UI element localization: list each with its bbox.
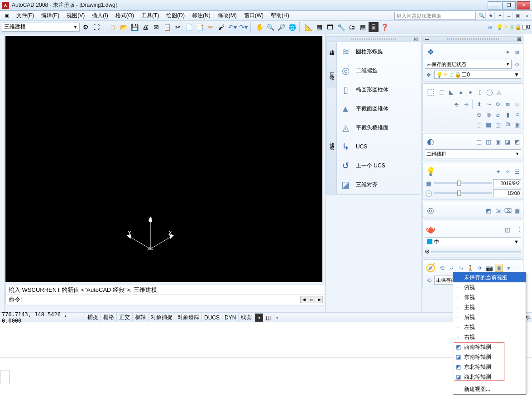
toggle-grid[interactable]: 栅格 xyxy=(101,313,117,322)
zoom-realtime-icon[interactable]: 🔍 xyxy=(265,22,275,32)
menu-dimension[interactable]: 标注(N) xyxy=(188,11,214,20)
sheet-set-icon[interactable]: 🔧 xyxy=(336,22,346,32)
imprint-icon[interactable]: ⌑ xyxy=(513,110,521,119)
help-icon[interactable]: ❓ xyxy=(379,22,389,32)
tool-frustum-cone[interactable]: ▲平截面圆锥体 xyxy=(337,99,420,118)
help-search-icon[interactable]: 🔍 xyxy=(478,12,486,20)
help-search-input[interactable] xyxy=(394,12,476,20)
menu-view[interactable]: 视图(V) xyxy=(63,11,88,20)
mesh-icon[interactable]: ▦ xyxy=(484,120,493,128)
prim-sphere-icon[interactable]: ● xyxy=(466,88,474,96)
menu-format[interactable]: 格式(O) xyxy=(112,11,138,20)
layer-state-manager-icon[interactable]: ⛭ xyxy=(513,60,521,68)
vd-se-iso[interactable]: ◪东南等轴测 xyxy=(453,352,526,362)
quickcalc-icon[interactable]: ▤ xyxy=(358,22,368,32)
render-teapot-icon[interactable]: 🫖 xyxy=(425,224,436,235)
tool-elliptic-cyl[interactable]: ▯椭圆形圆柱体 xyxy=(337,80,420,99)
visual-style-select[interactable]: 二维线框▼ xyxy=(425,149,521,158)
slice-icon[interactable]: ⌀ xyxy=(494,110,502,119)
nav-walk-icon[interactable]: 🚶 xyxy=(466,264,474,272)
time-slider[interactable] xyxy=(434,192,492,194)
vs-realistic-icon[interactable]: ◪ xyxy=(503,138,512,146)
surface-icon[interactable]: ◫ xyxy=(494,120,502,128)
menu-file[interactable]: 文件(F) xyxy=(13,11,38,20)
prim-cone-icon[interactable]: ▲ xyxy=(457,88,465,96)
publish-icon[interactable]: 📋 xyxy=(162,22,172,32)
render-quality-select[interactable]: 中▼ xyxy=(425,237,521,246)
light-icon[interactable]: 💡 xyxy=(425,166,436,177)
flatshot-icon[interactable]: ▣ xyxy=(513,120,521,128)
view-prev-icon[interactable]: ⟲ xyxy=(425,276,433,284)
help-fav-icon[interactable]: ★ xyxy=(487,12,495,20)
vs-3dwire-icon[interactable]: ◫ xyxy=(484,138,493,146)
visual-style-icon[interactable]: ◐ xyxy=(425,136,436,148)
light-list-icon[interactable]: ☰ xyxy=(513,167,521,176)
command-input[interactable] xyxy=(23,295,300,304)
vd-bottom[interactable]: ▫仰视 xyxy=(453,292,526,302)
menu-modify[interactable]: 修改(M) xyxy=(214,11,240,20)
menu-edit[interactable]: 编辑(E) xyxy=(38,11,63,20)
prim-torus-icon[interactable]: ◯ xyxy=(485,88,494,96)
clock-icon[interactable]: 🕒 xyxy=(425,189,433,197)
mat-attach-icon[interactable]: ⇲ xyxy=(494,206,502,214)
print-icon[interactable]: 🖨 xyxy=(140,22,150,32)
markup-set-icon[interactable]: 🗂 xyxy=(347,22,357,32)
vd-top[interactable]: ▫俯视 xyxy=(453,282,526,292)
layer-current-combo[interactable]: 💡☀🖨🔒 0▼ xyxy=(434,71,521,79)
stray-textbox[interactable] xyxy=(0,371,10,384)
tool-ucs[interactable]: ↳UCS xyxy=(337,137,420,156)
toggle-ortho[interactable]: 正交 xyxy=(117,313,133,322)
orbit-icon[interactable]: 🧭 xyxy=(425,262,436,274)
block-editor-icon[interactable]: 🖌 xyxy=(216,22,226,32)
design-center-icon[interactable]: ▦ xyxy=(314,22,324,32)
nav-views-icon[interactable]: ▣ xyxy=(495,264,503,272)
tool-3d-align[interactable]: ◪三维对齐 xyxy=(337,175,420,194)
new-icon[interactable]: 🗋 xyxy=(108,22,118,32)
intersect-icon[interactable]: ⊗ xyxy=(484,110,493,119)
layer-manager-icon[interactable]: ≋ xyxy=(485,22,495,32)
tool-palettes-icon[interactable]: 🗔 xyxy=(325,22,335,32)
nav-free-orbit-icon[interactable]: ⤾ xyxy=(447,264,455,272)
panel-tab-recycle[interactable]: 回收 xyxy=(327,55,337,88)
tool-frustum-pyramid[interactable]: ◬平截头棱锥面 xyxy=(337,118,420,137)
prim-cyl-icon[interactable]: ▯ xyxy=(476,88,484,96)
panel-close-icon[interactable]: ☒ xyxy=(414,37,418,42)
match-prop-icon[interactable]: ✏ xyxy=(206,22,216,32)
subtract-icon[interactable]: ⊖ xyxy=(475,110,483,119)
mdi-restore-icon[interactable]: – xyxy=(505,12,513,20)
layer-state-select[interactable]: 未保存的图层状态▼ xyxy=(425,60,512,69)
vd-new-view[interactable]: 新建视图... xyxy=(453,384,526,394)
redo-icon[interactable]: ↷▾ xyxy=(238,22,248,32)
model-paper-icon[interactable]: ▪ xyxy=(255,314,263,322)
prim-pyramid-icon[interactable]: ◬ xyxy=(495,88,503,96)
save-icon[interactable]: 💾 xyxy=(129,22,139,32)
zoom-previous-icon[interactable]: 🌐 xyxy=(287,22,297,32)
toggle-ducs[interactable]: DUCS xyxy=(202,313,222,322)
render-region-icon[interactable]: ◫ xyxy=(503,225,512,233)
menu-draw[interactable]: 绘图(D) xyxy=(163,11,188,20)
cmd-scroll-thumb[interactable]: ▭ xyxy=(308,296,315,303)
mat-remove-icon[interactable]: ⌫ xyxy=(503,206,512,214)
tool-helix-2d[interactable]: ◎二维螺旋 xyxy=(337,61,420,80)
solid-hist-icon[interactable]: ⬚ xyxy=(475,120,483,128)
panel-tab-modify[interactable]: 修改 xyxy=(327,88,337,194)
tool-helix-cyl[interactable]: ≋圆柱形螺旋 xyxy=(337,42,420,61)
time-input[interactable] xyxy=(493,189,521,197)
union-icon[interactable]: ∪ xyxy=(513,100,521,108)
thicken-icon[interactable]: ▮ xyxy=(503,110,512,119)
panel-collapse-icon[interactable]: — xyxy=(329,37,333,42)
extrude-icon[interactable]: ⇥ xyxy=(462,100,470,108)
paste-icon[interactable]: 📑 xyxy=(195,22,205,32)
vs-conceptual-icon[interactable]: ◩ xyxy=(513,138,521,146)
zoom-window-icon[interactable]: 🔎 xyxy=(276,22,286,32)
workspace-settings-icon[interactable]: ⚙ xyxy=(81,22,91,32)
tool-panel-header[interactable]: — ☒ xyxy=(327,37,420,42)
drawing-canvas[interactable]: Z Y X xyxy=(5,36,322,282)
nav-fly-icon[interactable]: ✈ xyxy=(476,264,484,272)
nav-swivel-icon[interactable]: ⤿ xyxy=(457,264,465,272)
mdi-icon[interactable]: ▣ xyxy=(1,12,13,19)
tool-ucs-prev[interactable]: ↺上一个 UCS xyxy=(337,156,420,175)
status-extra1-icon[interactable]: ◫ xyxy=(264,314,272,322)
menu-insert[interactable]: 插入(I) xyxy=(88,11,111,20)
layer-iso-icon[interactable]: ❖ xyxy=(425,71,433,79)
